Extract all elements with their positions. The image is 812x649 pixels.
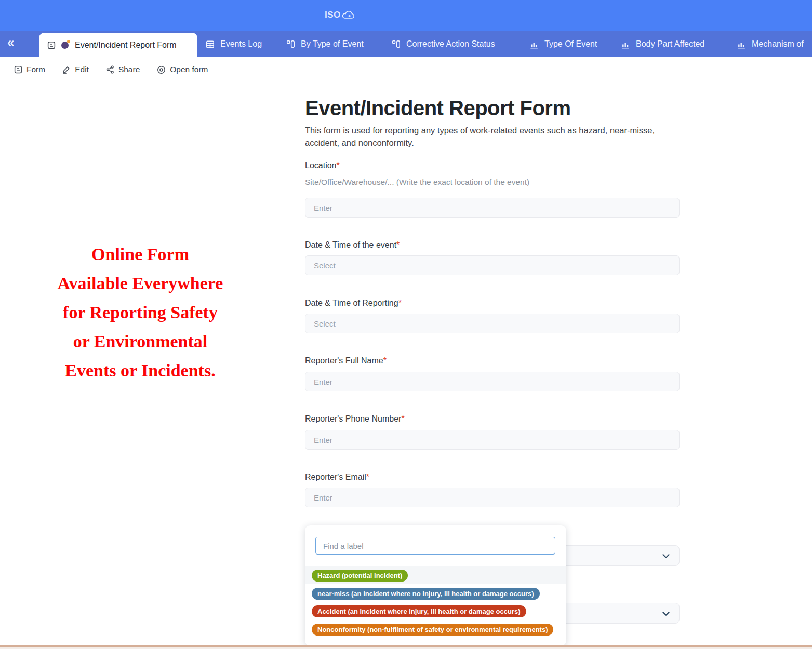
annotation-line: Online Form: [21, 240, 260, 269]
table-icon: [205, 39, 215, 49]
tab-body-part-affected[interactable]: Body Part Affected: [621, 31, 704, 57]
page-title: Event/Incident Report Form: [305, 97, 571, 120]
event-datetime-select[interactable]: Select: [305, 255, 680, 275]
label-picker-popup: Find a label Hazard (potential incident)…: [305, 525, 566, 646]
tab-label: By Type of Event: [301, 39, 364, 49]
form-emoji-icon: [61, 41, 70, 49]
input-placeholder: Enter: [314, 436, 332, 444]
toolbar-label: Edit: [75, 65, 89, 74]
tab-by-type-of-event[interactable]: By Type of Event: [286, 31, 364, 57]
chevron-down-icon: [660, 608, 672, 619]
required-asterisk: *: [366, 472, 369, 481]
input-placeholder: Find a label: [323, 542, 364, 550]
iso-cloud-logo: ISO: [325, 9, 356, 21]
form-toolbar: Form Edit Share Open form: [0, 57, 812, 82]
form-icon: [14, 65, 23, 74]
toolbar-label: Form: [26, 65, 45, 74]
tab-label: Event/Incident Report Form: [75, 40, 177, 50]
required-asterisk: *: [401, 414, 404, 423]
label-pill: Hazard (potential incident): [312, 570, 408, 582]
field-help-location: Site/Office/Warehouse/... (Write the exa…: [305, 178, 529, 187]
top-bar: ISO: [0, 0, 812, 31]
label-option-hazard[interactable]: Hazard (potential incident): [305, 566, 566, 584]
label-search-input[interactable]: Find a label: [315, 537, 555, 555]
pencil-icon: [62, 65, 71, 74]
bar-chart-icon: [529, 39, 539, 49]
tab-label: Type Of Event: [544, 39, 597, 49]
cloud-plus-icon: [341, 9, 356, 21]
required-asterisk: *: [396, 240, 400, 249]
tab-type-of-event[interactable]: Type Of Event: [529, 31, 597, 57]
label-option-accident[interactable]: Accident (an incident where injury, ill …: [305, 602, 566, 620]
collapse-sidebar-icon[interactable]: «: [7, 35, 14, 50]
field-label-event-datetime: Date & Time of the event*: [305, 240, 400, 250]
annotation-line: Available Everywhere: [21, 269, 260, 298]
required-asterisk: *: [383, 356, 387, 365]
required-asterisk: *: [398, 299, 402, 307]
tab-events-log[interactable]: Events Log: [205, 31, 262, 57]
annotation-line: Events or Incidents.: [21, 356, 260, 385]
chevron-down-icon: [660, 550, 672, 562]
tab-corrective-action-status[interactable]: Corrective Action Status: [391, 31, 495, 57]
tab-label: Mechanism of: [752, 39, 804, 49]
reporter-email-input[interactable]: Enter: [305, 488, 680, 507]
tab-mechanism-of[interactable]: Mechanism of: [737, 31, 804, 57]
label-pill: Nonconformity (non-fulfilment of safety …: [312, 624, 553, 636]
form-icon: [47, 40, 56, 50]
annotation-text: Online Form Available Everywhere for Rep…: [21, 240, 260, 385]
field-label-location: Location*: [305, 161, 340, 170]
form-view-button[interactable]: Form: [14, 65, 45, 74]
reporting-datetime-select[interactable]: Select: [305, 314, 680, 333]
reporter-name-input[interactable]: Enter: [305, 372, 680, 391]
toolbar-label: Share: [118, 65, 140, 74]
tab-event-incident-report-form[interactable]: Event/Incident Report Form: [39, 33, 197, 57]
tab-label: Body Part Affected: [636, 39, 704, 49]
share-button[interactable]: Share: [105, 65, 140, 74]
tab-bar: « Event/Incident Report Form Events Log: [0, 31, 812, 57]
label-pill: Accident (an incident where injury, ill …: [312, 605, 526, 617]
tab-label: Events Log: [220, 39, 262, 49]
bar-chart-icon: [737, 39, 747, 49]
field-label-reporter-name: Reporter's Full Name*: [305, 356, 387, 366]
input-placeholder: Select: [314, 261, 336, 270]
toolbar-label: Open form: [170, 65, 208, 74]
input-placeholder: Enter: [314, 493, 332, 502]
bottom-edge-strip: [0, 645, 812, 649]
required-asterisk: *: [337, 161, 340, 170]
open-form-button[interactable]: Open form: [156, 65, 208, 75]
app-window: ISO « Event/Incident Report Form: [0, 0, 812, 649]
logo-text: ISO: [325, 10, 341, 20]
label-option-nonconformity[interactable]: Nonconformity (non-fulfilment of safety …: [305, 620, 566, 638]
input-placeholder: Select: [314, 319, 336, 328]
kanban-icon: [391, 39, 401, 49]
input-placeholder: Enter: [314, 204, 332, 212]
field-label-reporter-phone: Reporter's Phone Number*: [305, 414, 405, 424]
bar-chart-icon: [621, 39, 631, 49]
kanban-icon: [286, 39, 296, 49]
annotation-line: for Reporting Safety: [21, 298, 260, 327]
tab-label: Corrective Action Status: [406, 39, 495, 49]
field-label-reporter-email: Reporter's Email*: [305, 472, 369, 482]
location-input[interactable]: Enter: [305, 198, 680, 218]
label-pill: near-miss (an incident where no injury, …: [312, 588, 540, 600]
field-label-reporting-datetime: Date & Time of Reporting*: [305, 299, 402, 308]
reporter-phone-input[interactable]: Enter: [305, 430, 680, 450]
label-option-near-miss[interactable]: near-miss (an incident where no injury, …: [305, 585, 566, 602]
preview-icon: [156, 65, 166, 75]
form-description: This form is used for reporting any type…: [305, 125, 672, 150]
annotation-line: or Environmental: [21, 327, 260, 356]
input-placeholder: Enter: [314, 377, 332, 386]
edit-button[interactable]: Edit: [62, 65, 89, 74]
share-icon: [105, 65, 115, 74]
